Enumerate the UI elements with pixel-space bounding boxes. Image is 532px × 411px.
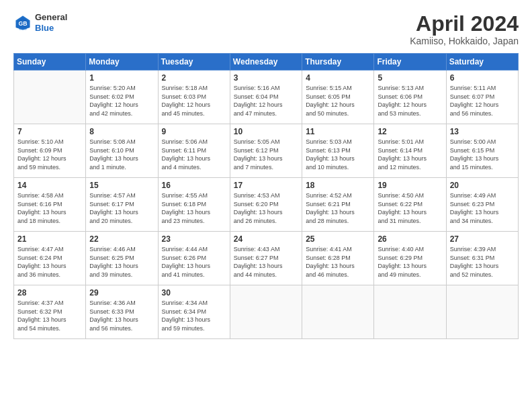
day-number: 1	[89, 73, 154, 83]
page: GB General Blue April 2024 Kamiiso, Hokk…	[0, 0, 532, 411]
day-number: 3	[234, 73, 298, 83]
week-row-0: 1Sunrise: 5:20 AM Sunset: 6:02 PM Daylig…	[14, 71, 519, 124]
day-number: 28	[17, 288, 82, 298]
day-cell	[446, 285, 518, 339]
day-cell: 14Sunrise: 4:58 AM Sunset: 6:16 PM Dayli…	[14, 178, 86, 232]
col-sunday: Sunday	[14, 54, 86, 71]
col-tuesday: Tuesday	[158, 54, 230, 71]
day-number: 20	[450, 181, 515, 190]
day-cell: 12Sunrise: 5:01 AM Sunset: 6:14 PM Dayli…	[374, 124, 446, 178]
day-cell	[302, 285, 374, 339]
day-cell: 29Sunrise: 4:36 AM Sunset: 6:33 PM Dayli…	[86, 285, 158, 339]
day-number: 5	[378, 73, 442, 83]
svg-text:GB: GB	[18, 20, 27, 27]
day-info: Sunrise: 4:37 AM Sunset: 6:32 PM Dayligh…	[17, 299, 82, 332]
day-cell: 1Sunrise: 5:20 AM Sunset: 6:02 PM Daylig…	[86, 71, 158, 124]
day-info: Sunrise: 5:18 AM Sunset: 6:03 PM Dayligh…	[162, 84, 226, 118]
day-number: 2	[162, 73, 226, 83]
day-number: 9	[162, 127, 226, 136]
day-cell: 21Sunrise: 4:47 AM Sunset: 6:24 PM Dayli…	[14, 232, 86, 285]
day-info: Sunrise: 5:03 AM Sunset: 6:13 PM Dayligh…	[306, 138, 370, 171]
day-info: Sunrise: 5:01 AM Sunset: 6:14 PM Dayligh…	[378, 138, 442, 171]
month-title: April 2024	[410, 12, 519, 36]
day-cell	[230, 285, 302, 339]
day-cell: 13Sunrise: 5:00 AM Sunset: 6:15 PM Dayli…	[446, 124, 518, 178]
day-cell: 17Sunrise: 4:53 AM Sunset: 6:20 PM Dayli…	[230, 178, 302, 232]
week-row-3: 21Sunrise: 4:47 AM Sunset: 6:24 PM Dayli…	[14, 232, 519, 285]
day-info: Sunrise: 4:43 AM Sunset: 6:27 PM Dayligh…	[234, 245, 298, 279]
day-info: Sunrise: 4:57 AM Sunset: 6:17 PM Dayligh…	[89, 191, 154, 225]
day-number: 21	[17, 234, 82, 244]
day-cell: 7Sunrise: 5:10 AM Sunset: 6:09 PM Daylig…	[14, 124, 86, 178]
day-number: 8	[89, 127, 154, 136]
day-number: 17	[234, 181, 298, 190]
day-number: 4	[306, 73, 370, 83]
day-number: 13	[450, 127, 515, 136]
day-cell: 22Sunrise: 4:46 AM Sunset: 6:25 PM Dayli…	[86, 232, 158, 285]
day-cell: 24Sunrise: 4:43 AM Sunset: 6:27 PM Dayli…	[230, 232, 302, 285]
day-cell: 19Sunrise: 4:50 AM Sunset: 6:22 PM Dayli…	[374, 178, 446, 232]
day-cell: 18Sunrise: 4:52 AM Sunset: 6:21 PM Dayli…	[302, 178, 374, 232]
day-cell: 2Sunrise: 5:18 AM Sunset: 6:03 PM Daylig…	[158, 71, 230, 124]
logo-icon: GB	[13, 13, 32, 32]
day-number: 23	[162, 234, 226, 244]
day-info: Sunrise: 5:11 AM Sunset: 6:07 PM Dayligh…	[450, 84, 515, 118]
day-cell: 3Sunrise: 5:16 AM Sunset: 6:04 PM Daylig…	[230, 71, 302, 124]
week-row-1: 7Sunrise: 5:10 AM Sunset: 6:09 PM Daylig…	[14, 124, 519, 178]
day-number: 18	[306, 181, 370, 190]
day-number: 24	[234, 234, 298, 244]
day-cell: 27Sunrise: 4:39 AM Sunset: 6:31 PM Dayli…	[446, 232, 518, 285]
logo-blue-text: Blue	[35, 23, 67, 34]
day-cell: 8Sunrise: 5:08 AM Sunset: 6:10 PM Daylig…	[86, 124, 158, 178]
day-info: Sunrise: 5:08 AM Sunset: 6:10 PM Dayligh…	[89, 138, 154, 171]
day-info: Sunrise: 4:53 AM Sunset: 6:20 PM Dayligh…	[234, 191, 298, 225]
day-cell: 28Sunrise: 4:37 AM Sunset: 6:32 PM Dayli…	[14, 285, 86, 339]
day-number: 27	[450, 234, 515, 244]
day-info: Sunrise: 5:10 AM Sunset: 6:09 PM Dayligh…	[17, 138, 82, 171]
day-cell: 16Sunrise: 4:55 AM Sunset: 6:18 PM Dayli…	[158, 178, 230, 232]
day-info: Sunrise: 4:40 AM Sunset: 6:29 PM Dayligh…	[378, 245, 442, 279]
day-cell: 15Sunrise: 4:57 AM Sunset: 6:17 PM Dayli…	[86, 178, 158, 232]
day-info: Sunrise: 4:36 AM Sunset: 6:33 PM Dayligh…	[89, 299, 154, 332]
day-cell: 9Sunrise: 5:06 AM Sunset: 6:11 PM Daylig…	[158, 124, 230, 178]
day-info: Sunrise: 4:39 AM Sunset: 6:31 PM Dayligh…	[450, 245, 515, 279]
day-info: Sunrise: 4:55 AM Sunset: 6:18 PM Dayligh…	[162, 191, 226, 225]
day-info: Sunrise: 4:49 AM Sunset: 6:23 PM Dayligh…	[450, 191, 515, 225]
day-number: 19	[378, 181, 442, 190]
calendar: Sunday Monday Tuesday Wednesday Thursday…	[13, 53, 519, 339]
logo-general-text: General	[35, 12, 67, 23]
day-info: Sunrise: 4:47 AM Sunset: 6:24 PM Dayligh…	[17, 245, 82, 279]
day-info: Sunrise: 5:16 AM Sunset: 6:04 PM Dayligh…	[234, 84, 298, 118]
day-cell: 25Sunrise: 4:41 AM Sunset: 6:28 PM Dayli…	[302, 232, 374, 285]
days-row: Sunday Monday Tuesday Wednesday Thursday…	[14, 54, 519, 71]
col-friday: Friday	[374, 54, 446, 71]
day-info: Sunrise: 4:41 AM Sunset: 6:28 PM Dayligh…	[306, 245, 370, 279]
day-info: Sunrise: 5:13 AM Sunset: 6:06 PM Dayligh…	[378, 84, 442, 118]
day-number: 12	[378, 127, 442, 136]
day-cell: 4Sunrise: 5:15 AM Sunset: 6:05 PM Daylig…	[302, 71, 374, 124]
day-cell: 20Sunrise: 4:49 AM Sunset: 6:23 PM Dayli…	[446, 178, 518, 232]
week-row-4: 28Sunrise: 4:37 AM Sunset: 6:32 PM Dayli…	[14, 285, 519, 339]
week-row-2: 14Sunrise: 4:58 AM Sunset: 6:16 PM Dayli…	[14, 178, 519, 232]
day-number: 7	[17, 127, 82, 136]
day-info: Sunrise: 4:52 AM Sunset: 6:21 PM Dayligh…	[306, 191, 370, 225]
day-info: Sunrise: 5:06 AM Sunset: 6:11 PM Dayligh…	[162, 138, 226, 171]
day-cell: 11Sunrise: 5:03 AM Sunset: 6:13 PM Dayli…	[302, 124, 374, 178]
day-cell: 30Sunrise: 4:34 AM Sunset: 6:34 PM Dayli…	[158, 285, 230, 339]
col-thursday: Thursday	[302, 54, 374, 71]
logo-text: General Blue	[35, 12, 67, 33]
location: Kamiiso, Hokkaido, Japan	[410, 36, 519, 46]
day-info: Sunrise: 5:05 AM Sunset: 6:12 PM Dayligh…	[234, 138, 298, 171]
day-info: Sunrise: 4:50 AM Sunset: 6:22 PM Dayligh…	[378, 191, 442, 225]
day-cell: 6Sunrise: 5:11 AM Sunset: 6:07 PM Daylig…	[446, 71, 518, 124]
day-number: 11	[306, 127, 370, 136]
title-area: April 2024 Kamiiso, Hokkaido, Japan	[410, 12, 519, 46]
day-cell: 26Sunrise: 4:40 AM Sunset: 6:29 PM Dayli…	[374, 232, 446, 285]
day-info: Sunrise: 4:46 AM Sunset: 6:25 PM Dayligh…	[89, 245, 154, 279]
day-number: 16	[162, 181, 226, 190]
col-saturday: Saturday	[446, 54, 518, 71]
day-number: 29	[89, 288, 154, 298]
day-cell: 5Sunrise: 5:13 AM Sunset: 6:06 PM Daylig…	[374, 71, 446, 124]
col-wednesday: Wednesday	[230, 54, 302, 71]
day-info: Sunrise: 5:15 AM Sunset: 6:05 PM Dayligh…	[306, 84, 370, 118]
